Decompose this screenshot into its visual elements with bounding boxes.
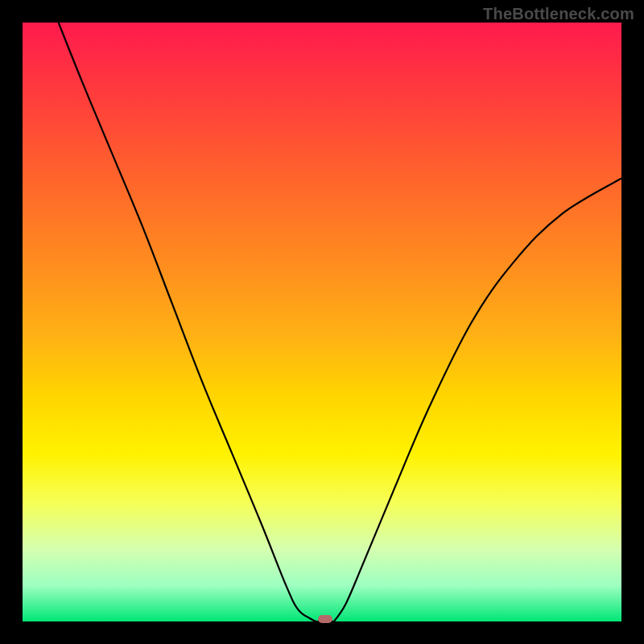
chart-frame: TheBottleneck.com — [0, 0, 644, 644]
plot-area — [23, 23, 621, 621]
curve-path — [59, 23, 621, 621]
watermark-text: TheBottleneck.com — [483, 5, 634, 23]
bottleneck-curve — [23, 23, 621, 621]
optimal-marker — [318, 615, 332, 623]
